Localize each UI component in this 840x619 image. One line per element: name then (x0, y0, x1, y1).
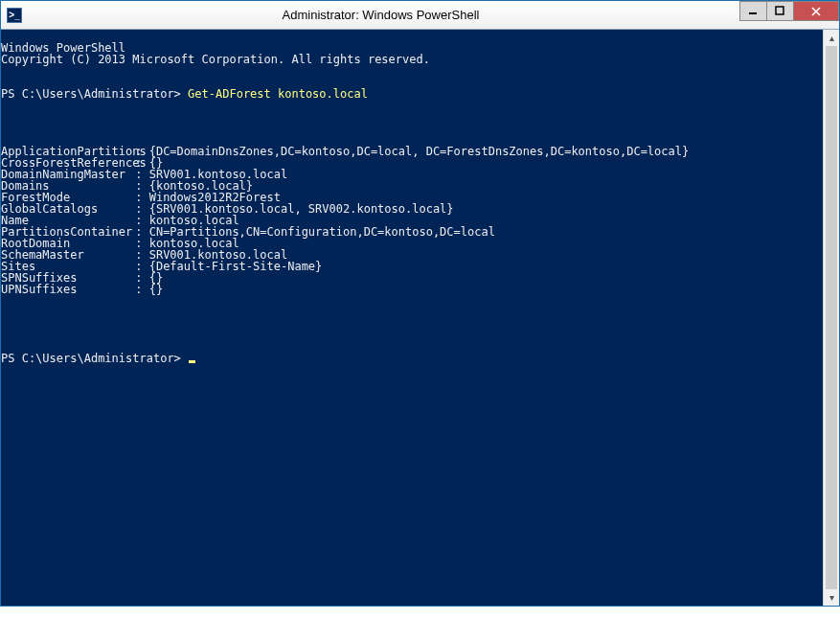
powershell-window: >_ Administrator: Windows PowerShell Win… (0, 0, 840, 607)
cursor (189, 360, 195, 363)
window-controls (740, 1, 839, 22)
output-key: UPNSuffixes (1, 284, 128, 295)
vertical-scrollbar[interactable]: ▴ ▾ (823, 30, 839, 606)
maximize-icon (775, 6, 785, 16)
close-icon (810, 6, 822, 17)
svg-rect-0 (749, 12, 757, 14)
powershell-icon-glyph: >_ (9, 10, 19, 20)
output-row: Sites : {Default-First-Site-Name} (1, 261, 823, 272)
close-button[interactable] (793, 1, 839, 21)
output-separator: : (128, 283, 149, 296)
blank-line (1, 65, 823, 77)
terminal[interactable]: Windows PowerShell Copyright (C) 2013 Mi… (1, 30, 823, 606)
scroll-up-arrow-icon[interactable]: ▴ (824, 30, 839, 46)
prompt-1: PS C:\Users\Administrator> (1, 87, 188, 101)
output-row: DomainNamingMaster : SRV001.kontoso.loca… (1, 169, 823, 180)
blank-line (1, 330, 823, 341)
terminal-area: Windows PowerShell Copyright (C) 2013 Mi… (1, 30, 839, 606)
output-value: {DC=DomainDnsZones,DC=kontoso,DC=local, … (149, 145, 690, 158)
window-title: Administrator: Windows PowerShell (28, 8, 839, 22)
output-value: {} (149, 283, 163, 296)
scroll-track[interactable] (824, 46, 839, 589)
output-value: {Default-First-Site-Name} (149, 260, 323, 273)
blank-line (1, 100, 823, 111)
titlebar[interactable]: >_ Administrator: Windows PowerShell (1, 1, 839, 30)
output-row: SPNSuffixes : {} (1, 272, 823, 284)
banner-line-2: Copyright (C) 2013 Microsoft Corporation… (1, 53, 430, 66)
powershell-icon: >_ (7, 8, 22, 23)
output-row: UPNSuffixes : {} (1, 284, 823, 295)
command-text: Get-ADForest kontoso.local (188, 87, 368, 101)
scroll-thumb[interactable] (826, 46, 837, 589)
output-row: PartitionsContainer : CN=Partitions,CN=C… (1, 226, 823, 238)
svg-rect-1 (776, 7, 783, 14)
output-row: GlobalCatalogs : {SRV001.kontoso.local, … (1, 203, 823, 215)
output-row: Domains : {kontoso.local} (1, 180, 823, 192)
output-block: ApplicationPartitions : {DC=DomainDnsZon… (1, 146, 823, 295)
blank-line (1, 123, 823, 134)
output-row: RootDomain : kontoso.local (1, 238, 823, 249)
output-row: SchemaMaster : SRV001.kontoso.local (1, 249, 823, 261)
scroll-down-arrow-icon[interactable]: ▾ (824, 589, 839, 606)
minimize-button[interactable] (739, 1, 767, 21)
prompt-2: PS C:\Users\Administrator> (1, 352, 188, 365)
minimize-icon (748, 6, 759, 16)
blank-line (1, 307, 823, 318)
maximize-button[interactable] (766, 1, 794, 21)
